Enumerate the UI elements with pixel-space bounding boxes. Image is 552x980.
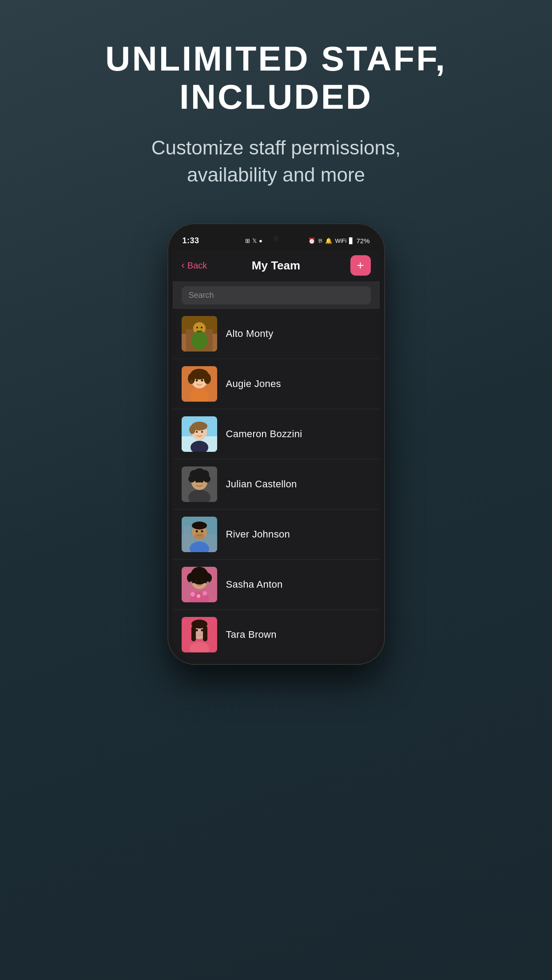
svg-point-6 bbox=[201, 327, 203, 328]
svg-rect-36 bbox=[184, 526, 191, 552]
avatar bbox=[182, 416, 217, 452]
phone-device: 1:33 ⊞ 𝕏 ● ⏰ 𝔅 🔔 WiFi ▊ 72% ‹ bbox=[168, 224, 384, 664]
gallery-icon: ⊞ bbox=[245, 237, 250, 244]
spotify-icon: ● bbox=[259, 237, 262, 244]
svg-point-62 bbox=[195, 629, 198, 631]
member-name: Cameron Bozzini bbox=[226, 428, 302, 440]
avatar bbox=[182, 517, 217, 552]
list-item[interactable]: River Johnson bbox=[173, 510, 380, 560]
svg-point-33 bbox=[201, 480, 203, 482]
list-item[interactable]: Augie Jones bbox=[173, 359, 380, 409]
svg-point-63 bbox=[201, 629, 203, 631]
svg-point-22 bbox=[196, 431, 198, 433]
svg-point-14 bbox=[201, 379, 203, 381]
alto-monty-avatar-img bbox=[182, 316, 217, 352]
app-content: ‹ Back My Team + Search bbox=[173, 250, 380, 660]
svg-point-40 bbox=[194, 533, 205, 539]
list-item[interactable]: Julian Castellon bbox=[173, 459, 380, 510]
status-right-icons: ⏰ 𝔅 🔔 WiFi ▊ 72% bbox=[308, 237, 369, 245]
svg-rect-61 bbox=[203, 626, 207, 641]
status-left-icons: ⊞ 𝕏 ● bbox=[245, 237, 262, 244]
phone-wrapper: 1:33 ⊞ 𝕏 ● ⏰ 𝔅 🔔 WiFi ▊ 72% ‹ bbox=[165, 215, 387, 980]
river-johnson-avatar-img bbox=[182, 517, 217, 552]
svg-point-53 bbox=[207, 581, 209, 584]
augie-jones-avatar-img bbox=[182, 366, 217, 402]
svg-point-31 bbox=[203, 475, 210, 482]
search-placeholder: Search bbox=[189, 291, 214, 300]
add-member-button[interactable]: + bbox=[350, 255, 371, 276]
svg-point-47 bbox=[203, 591, 207, 596]
nav-bar-inner: ‹ Back My Team + bbox=[182, 255, 371, 276]
julian-castellon-avatar-img bbox=[182, 466, 217, 502]
team-list: Alto Monty bbox=[173, 309, 380, 660]
avatar bbox=[182, 316, 217, 352]
main-title: UNLIMITED STAFF, INCLUDED bbox=[44, 40, 508, 116]
list-item[interactable]: Sasha Anton bbox=[173, 560, 380, 610]
svg-point-55 bbox=[201, 580, 203, 582]
nav-title: My Team bbox=[252, 259, 300, 273]
nav-bar: ‹ Back My Team + bbox=[173, 250, 380, 282]
list-item[interactable]: Tara Brown bbox=[173, 610, 380, 660]
svg-point-32 bbox=[195, 480, 198, 482]
svg-point-30 bbox=[188, 475, 195, 482]
avatar bbox=[182, 567, 217, 602]
subtitle: Customize staff permissions, availabilit… bbox=[121, 134, 432, 189]
mute-icon: 🔔 bbox=[325, 237, 332, 244]
list-item[interactable]: Alto Monty bbox=[173, 309, 380, 359]
member-name: Alto Monty bbox=[226, 328, 274, 340]
member-name: Julian Castellon bbox=[226, 478, 297, 490]
avatar bbox=[182, 617, 217, 652]
svg-point-52 bbox=[190, 581, 192, 584]
header-section: UNLIMITED STAFF, INCLUDED Customize staf… bbox=[0, 0, 552, 215]
svg-point-54 bbox=[195, 580, 198, 582]
svg-point-21 bbox=[189, 425, 195, 434]
svg-point-45 bbox=[191, 592, 195, 597]
svg-point-13 bbox=[195, 379, 198, 381]
svg-point-46 bbox=[197, 594, 200, 598]
svg-point-12 bbox=[204, 373, 211, 384]
battery-indicator: 72% bbox=[356, 237, 369, 245]
alarm-icon: ⏰ bbox=[308, 237, 315, 244]
svg-point-15 bbox=[191, 381, 192, 383]
wifi-icon: WiFi bbox=[335, 237, 346, 244]
svg-point-5 bbox=[196, 327, 198, 328]
search-bar: Search bbox=[173, 282, 380, 309]
member-name: Augie Jones bbox=[226, 378, 281, 390]
member-name: Tara Brown bbox=[226, 629, 277, 640]
svg-point-41 bbox=[195, 530, 198, 532]
plus-icon: + bbox=[357, 259, 364, 272]
phone-camera bbox=[274, 236, 279, 241]
status-time: 1:33 bbox=[183, 236, 199, 245]
svg-point-42 bbox=[201, 530, 203, 532]
bluetooth-icon: 𝔅 bbox=[318, 237, 322, 245]
svg-point-23 bbox=[201, 431, 203, 433]
twitter-icon: 𝕏 bbox=[252, 237, 257, 244]
member-name: River Johnson bbox=[226, 529, 290, 540]
cameron-bozzini-avatar-img bbox=[182, 416, 217, 452]
avatar bbox=[182, 466, 217, 502]
list-item[interactable]: Cameron Bozzini bbox=[173, 409, 380, 459]
back-label[interactable]: Back bbox=[187, 261, 207, 271]
svg-point-4 bbox=[191, 331, 207, 350]
svg-point-39 bbox=[192, 522, 207, 530]
tara-brown-avatar-img bbox=[182, 617, 217, 652]
chevron-left-icon: ‹ bbox=[182, 260, 185, 271]
avatar bbox=[182, 366, 217, 402]
svg-rect-60 bbox=[191, 626, 196, 641]
back-button[interactable]: ‹ Back bbox=[182, 260, 207, 271]
member-name: Sasha Anton bbox=[226, 579, 283, 590]
sasha-anton-avatar-img bbox=[182, 567, 217, 602]
signal-icon: ▊ bbox=[349, 237, 353, 244]
search-input-wrapper[interactable]: Search bbox=[182, 286, 371, 304]
